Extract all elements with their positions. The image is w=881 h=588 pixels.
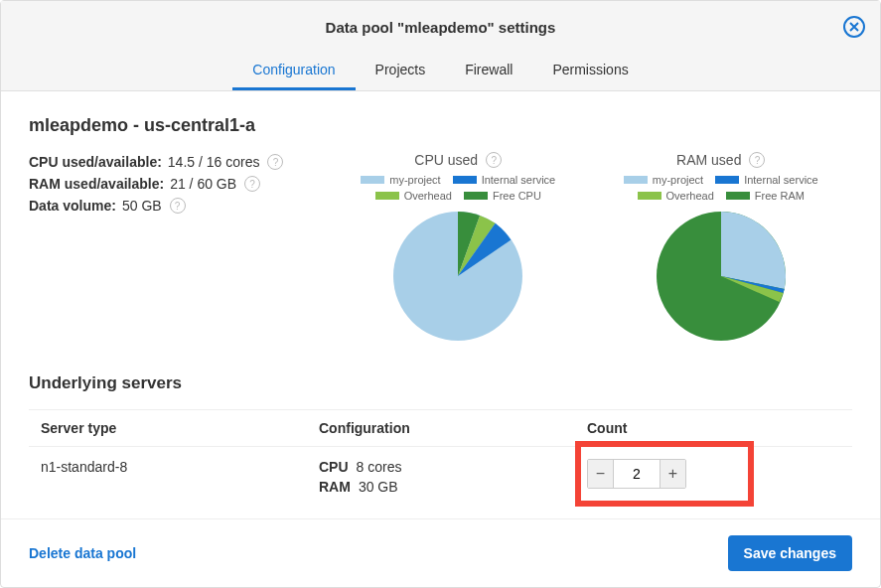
legend-label: Overhead	[404, 190, 452, 202]
count-stepper: − +	[587, 459, 686, 489]
chart-cpu-title: CPU used ?	[327, 152, 590, 168]
dialog-title: Data pool "mleapdemo" settings	[1, 19, 880, 36]
close-icon	[842, 15, 866, 39]
increment-button[interactable]: +	[660, 460, 685, 488]
legend-swatch	[375, 192, 399, 200]
tab-permissions[interactable]: Permissions	[532, 52, 648, 90]
col-config: Configuration	[319, 420, 587, 436]
help-icon[interactable]: ?	[170, 198, 186, 214]
legend-item: Overhead	[375, 190, 452, 202]
legend-swatch	[624, 176, 648, 184]
cfg-ram-value: 30 GB	[359, 479, 398, 495]
chart-ram-title-text: RAM used	[676, 152, 741, 168]
stat-volume-value: 50 GB	[122, 198, 162, 214]
legend-label: my-project	[653, 174, 703, 186]
legend-item: Overhead	[638, 190, 714, 202]
help-icon[interactable]: ?	[267, 154, 283, 170]
decrement-button[interactable]: −	[588, 460, 614, 488]
chart-ram-section: RAM used ? my-project Internal service O…	[590, 152, 853, 344]
cfg-ram-label: RAM	[319, 479, 351, 495]
stat-ram-value: 21 / 60 GB	[170, 176, 236, 192]
help-icon[interactable]: ?	[749, 152, 765, 168]
col-type: Server type	[41, 420, 319, 436]
legend-cpu: my-project Internal service Overhead Fre…	[349, 174, 567, 202]
legend-item: my-project	[361, 174, 440, 186]
legend-ram: my-project Internal service Overhead Fre…	[612, 174, 830, 202]
cfg-cpu-value: 8 cores	[357, 459, 402, 475]
cell-type: n1-standard-8	[41, 459, 319, 475]
tab-firewall[interactable]: Firewall	[445, 52, 532, 90]
chart-cpu-title-text: CPU used	[414, 152, 478, 168]
legend-item: Internal service	[453, 174, 556, 186]
legend-label: Overhead	[666, 190, 714, 202]
pie-chart-ram	[657, 212, 786, 341]
servers-heading: Underlying servers	[29, 373, 852, 393]
dialog-footer: Delete data pool Save changes	[1, 518, 880, 587]
cell-count: − +	[587, 459, 840, 489]
dialog-header: Data pool "mleapdemo" settings Configura…	[1, 1, 880, 91]
stat-ram-label: RAM used/available:	[29, 176, 164, 192]
pie-chart-cpu	[393, 212, 522, 341]
save-button[interactable]: Save changes	[728, 535, 852, 571]
help-icon[interactable]: ?	[486, 152, 502, 168]
tabs: Configuration Projects Firewall Permissi…	[1, 52, 880, 90]
help-icon[interactable]: ?	[244, 176, 260, 192]
legend-item: Free CPU	[464, 190, 541, 202]
chart-ram-title: RAM used ?	[590, 152, 853, 168]
legend-swatch	[361, 176, 384, 184]
cfg-cpu-label: CPU	[319, 459, 349, 475]
settings-dialog: Data pool "mleapdemo" settings Configura…	[0, 0, 881, 588]
stat-volume-label: Data volume:	[29, 198, 116, 214]
legend-label: Free CPU	[493, 190, 541, 202]
chart-cpu-section: CPU used ? my-project Internal service O…	[327, 152, 590, 344]
legend-label: Internal service	[744, 174, 818, 186]
legend-swatch	[726, 192, 750, 200]
stat-cpu-value: 14.5 / 16 cores	[168, 154, 260, 170]
legend-item: Free RAM	[726, 190, 805, 202]
delete-link[interactable]: Delete data pool	[29, 545, 136, 561]
table-row: n1-standard-8 CPU8 cores RAM30 GB − +	[29, 446, 852, 511]
legend-label: Internal service	[482, 174, 556, 186]
tab-projects[interactable]: Projects	[356, 52, 446, 90]
count-input[interactable]	[614, 460, 660, 488]
table-header: Server type Configuration Count	[29, 409, 852, 446]
info-row: CPU used/available: 14.5 / 16 cores ? RA…	[29, 152, 852, 344]
legend-swatch	[638, 192, 661, 200]
col-count: Count	[587, 420, 840, 436]
close-button[interactable]	[842, 15, 866, 39]
legend-swatch	[715, 176, 739, 184]
cell-config: CPU8 cores RAM30 GB	[319, 459, 587, 499]
stat-cpu-label: CPU used/available:	[29, 154, 162, 170]
legend-item: my-project	[624, 174, 703, 186]
tab-configuration[interactable]: Configuration	[232, 52, 355, 90]
pool-heading: mleapdemo - us-central1-a	[29, 115, 852, 136]
servers-table: Server type Configuration Count n1-stand…	[29, 409, 852, 511]
dialog-content: mleapdemo - us-central1-a CPU used/avail…	[1, 91, 880, 518]
legend-label: Free RAM	[755, 190, 805, 202]
stats-block: CPU used/available: 14.5 / 16 cores ? RA…	[29, 152, 327, 220]
legend-item: Internal service	[715, 174, 818, 186]
legend-label: my-project	[389, 174, 440, 186]
stat-volume: Data volume: 50 GB ?	[29, 198, 327, 214]
legend-swatch	[453, 176, 477, 184]
legend-swatch	[464, 192, 488, 200]
stat-ram: RAM used/available: 21 / 60 GB ?	[29, 176, 327, 192]
stat-cpu: CPU used/available: 14.5 / 16 cores ?	[29, 154, 327, 170]
